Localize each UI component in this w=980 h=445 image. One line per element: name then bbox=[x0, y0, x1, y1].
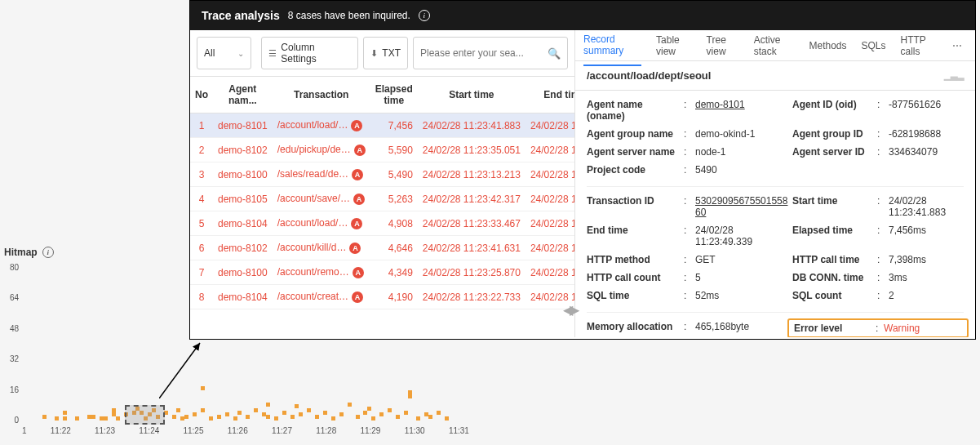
hitmap-selection[interactable] bbox=[125, 405, 165, 425]
hitmap-point[interactable] bbox=[408, 394, 412, 398]
hitmap-point[interactable] bbox=[176, 408, 180, 412]
hitmap-point[interactable] bbox=[299, 412, 303, 416]
col-end[interactable]: End time bbox=[525, 77, 574, 113]
hitmap-chart[interactable]: 80644832160 111:2211:2311:2411:2511:2611… bbox=[4, 263, 469, 439]
hitmap-point[interactable] bbox=[408, 390, 412, 394]
lbl-agent-group-id: Agent group ID bbox=[792, 128, 874, 140]
hitmap-point[interactable] bbox=[416, 416, 420, 421]
val-agent-group-id: -628198688 bbox=[889, 128, 964, 140]
hitmap-point[interactable] bbox=[63, 411, 67, 415]
hitmap-widget: Hitmap i 80644832160 111:2211:2311:2411:… bbox=[4, 247, 469, 441]
info-icon[interactable]: i bbox=[42, 247, 54, 258]
col-agent[interactable]: Agent nam... bbox=[213, 77, 273, 113]
tab-active-stack[interactable]: Active stack bbox=[754, 30, 795, 65]
hitmap-point[interactable] bbox=[201, 408, 205, 412]
col-start[interactable]: Start time bbox=[418, 77, 525, 113]
table-row[interactable]: 1demo-8101/account/load/…A7,45624/02/28 … bbox=[190, 113, 574, 138]
hitmap-point[interactable] bbox=[307, 408, 311, 412]
hitmap-point[interactable] bbox=[274, 416, 278, 421]
val-start-time: 24/02/28 11:23:41.883 bbox=[889, 195, 964, 218]
hitmap-point[interactable] bbox=[254, 408, 258, 412]
col-no[interactable]: No bbox=[190, 77, 213, 113]
filter-value: All bbox=[204, 47, 215, 59]
hitmap-point[interactable] bbox=[404, 411, 408, 415]
hitmap-point[interactable] bbox=[104, 416, 108, 421]
lbl-db-conn: DB CONN. time bbox=[792, 272, 874, 283]
hitmap-point[interactable] bbox=[172, 415, 176, 419]
val-agent-server: node-1 bbox=[695, 146, 789, 158]
val-mem-alloc: 465,168byte bbox=[695, 321, 789, 332]
hitmap-point[interactable] bbox=[246, 415, 250, 419]
hitmap-point[interactable] bbox=[379, 412, 384, 416]
hitmap-point[interactable] bbox=[91, 415, 95, 419]
panel-title: Trace analysis bbox=[202, 9, 280, 22]
tab-sqls[interactable]: SQLs bbox=[862, 32, 886, 60]
hitmap-point[interactable] bbox=[315, 415, 319, 419]
hitmap-point[interactable] bbox=[75, 416, 79, 421]
chart-icon[interactable]: ▁▃▂ bbox=[944, 70, 964, 81]
info-icon[interactable]: i bbox=[419, 10, 430, 21]
split-handle-icon[interactable]: ◀·▶ bbox=[563, 302, 576, 318]
hitmap-title-bar: Hitmap i bbox=[4, 247, 469, 258]
transaction-path: /account/load/dept/seoul bbox=[587, 69, 711, 82]
more-tabs-icon[interactable]: ⋯ bbox=[952, 40, 967, 51]
hitmap-point[interactable] bbox=[55, 416, 59, 421]
hitmap-point[interactable] bbox=[266, 403, 270, 407]
hitmap-point[interactable] bbox=[63, 416, 67, 421]
hitmap-point[interactable] bbox=[388, 408, 392, 412]
lbl-agent-server-id: Agent server ID bbox=[792, 146, 874, 158]
hitmap-point[interactable] bbox=[331, 416, 335, 421]
hitmap-point[interactable] bbox=[225, 412, 229, 416]
hitmap-point[interactable] bbox=[348, 403, 352, 407]
hitmap-point[interactable] bbox=[266, 415, 270, 419]
hitmap-point[interactable] bbox=[237, 411, 242, 415]
lbl-agent-id: Agent ID (oid) bbox=[792, 99, 874, 110]
hitmap-point[interactable] bbox=[209, 416, 213, 421]
export-txt-button[interactable]: ⬇ TXT bbox=[363, 37, 408, 69]
hitmap-point[interactable] bbox=[367, 407, 371, 411]
filter-select[interactable]: All ⌄ bbox=[197, 37, 251, 69]
val-txn-id[interactable]: 5302909567550155860 bbox=[695, 195, 789, 218]
hitmap-point[interactable] bbox=[356, 415, 360, 419]
table-row[interactable]: 4demo-8105/account/save/…A5,26324/02/28 … bbox=[190, 187, 574, 211]
hitmap-point[interactable] bbox=[201, 386, 205, 390]
hitmap-point[interactable] bbox=[371, 416, 375, 421]
columns-icon: ☰ bbox=[268, 48, 277, 59]
search-box[interactable]: 🔍 bbox=[413, 37, 568, 69]
tab-table-view[interactable]: Table view bbox=[656, 30, 692, 65]
hitmap-point[interactable] bbox=[184, 415, 188, 419]
hitmap-point[interactable] bbox=[363, 411, 367, 415]
alert-badge: A bbox=[351, 218, 362, 229]
hitmap-point[interactable] bbox=[437, 411, 441, 415]
tab-methods[interactable]: Methods bbox=[809, 32, 846, 60]
hitmap-plot-area[interactable] bbox=[22, 263, 469, 425]
col-txn[interactable]: Transaction bbox=[273, 77, 370, 113]
table-row[interactable]: 3demo-8100/sales/read/de…A5,49024/02/28 … bbox=[190, 162, 574, 187]
hitmap-point[interactable] bbox=[112, 408, 116, 412]
hitmap-point[interactable] bbox=[290, 415, 295, 419]
val-agent-name[interactable]: demo-8101 bbox=[695, 99, 789, 110]
tab-http-calls[interactable]: HTTP calls bbox=[901, 30, 938, 65]
column-settings-button[interactable]: ☰ Column Settings bbox=[261, 37, 358, 69]
hitmap-point[interactable] bbox=[116, 416, 120, 421]
tab-tree-view[interactable]: Tree view bbox=[707, 30, 739, 65]
hitmap-point[interactable] bbox=[42, 415, 47, 419]
table-row[interactable]: 5demo-8104/account/load/…A4,90824/02/28 … bbox=[190, 211, 574, 236]
hitmap-point[interactable] bbox=[445, 416, 449, 421]
table-row[interactable]: 2demo-8102/edu/pickup/de…A5,59024/02/28 … bbox=[190, 138, 574, 162]
download-icon: ⬇ bbox=[370, 48, 378, 59]
hitmap-point[interactable] bbox=[396, 415, 400, 419]
hitmap-point[interactable] bbox=[217, 415, 221, 419]
col-elapsed[interactable]: Elapsed time bbox=[370, 77, 418, 113]
search-input[interactable] bbox=[420, 47, 543, 59]
hitmap-point[interactable] bbox=[233, 416, 237, 421]
hitmap-point[interactable] bbox=[295, 404, 299, 408]
alert-badge: A bbox=[351, 120, 362, 131]
export-txt-label: TXT bbox=[382, 47, 401, 59]
hitmap-point[interactable] bbox=[282, 411, 286, 415]
hitmap-point[interactable] bbox=[339, 412, 344, 416]
hitmap-point[interactable] bbox=[323, 411, 327, 415]
hitmap-point[interactable] bbox=[428, 415, 432, 419]
val-http-call-time: 7,398ms bbox=[889, 254, 964, 265]
hitmap-point[interactable] bbox=[193, 412, 197, 416]
